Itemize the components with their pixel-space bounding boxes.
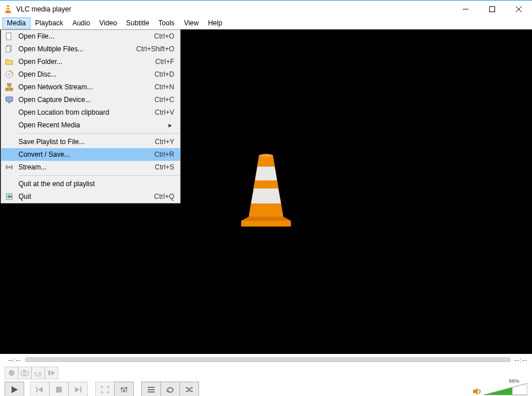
menu-item-quit-at-the-end-of-playlist[interactable]: Quit at the end of playlist [1, 178, 180, 190]
loop-ab-button[interactable]: AB [31, 367, 45, 379]
svg-point-19 [9, 74, 10, 76]
menu-item-open-location-from-clipboard[interactable]: Open Location from clipboardCtrl+V [1, 106, 180, 119]
svg-rect-34 [23, 370, 25, 371]
menu-playback[interactable]: Playback [31, 17, 68, 29]
svg-marker-9 [241, 221, 291, 227]
window-title: VLC media player [16, 5, 452, 13]
elapsed-time[interactable]: --:-- [8, 356, 21, 363]
menu-item-shortcut: Ctrl+O [149, 32, 174, 40]
extended-settings-button[interactable] [114, 382, 134, 396]
next-button[interactable] [68, 382, 88, 396]
shuffle-button[interactable] [179, 382, 199, 396]
volume-slider[interactable] [484, 383, 527, 396]
record-button[interactable] [5, 367, 18, 379]
menu-item-label: Open Multiple Files... [17, 45, 132, 53]
menu-tools[interactable]: Tools [154, 17, 179, 29]
svg-rect-50 [126, 387, 128, 389]
network-icon [1, 83, 17, 91]
menu-view[interactable]: View [179, 17, 204, 29]
menu-item-shortcut: Ctrl+S [150, 163, 174, 171]
menu-item-open-disc[interactable]: Open Disc...Ctrl+D [1, 68, 180, 81]
menu-item-label: Open Location from clipboard [17, 108, 150, 116]
svg-rect-2 [6, 9, 10, 10]
menu-item-convert-save[interactable]: Convert / Save...Ctrl+R [1, 148, 180, 161]
svg-rect-27 [8, 102, 10, 103]
menu-item-label: Open Network Stream... [17, 83, 150, 91]
maximize-button[interactable] [479, 1, 505, 17]
snapshot-button[interactable] [18, 367, 32, 379]
frame-step-button[interactable] [44, 367, 58, 379]
loop-button[interactable] [160, 382, 180, 396]
folder-icon [1, 58, 17, 66]
menu-item-shortcut: Ctrl+Shift+O [132, 45, 174, 53]
svg-point-13 [259, 154, 273, 157]
play-button[interactable] [5, 382, 24, 396]
seek-slider[interactable] [25, 357, 511, 362]
menu-item-open-folder[interactable]: Open Folder...Ctrl+F [1, 55, 180, 68]
menu-item-label: Quit at the end of playlist [17, 180, 170, 188]
menu-item-label: Stream... [17, 163, 150, 171]
menu-item-shortcut: Ctrl+C [150, 96, 174, 104]
seek-row: --:-- --:-- [0, 354, 532, 365]
stop-button[interactable] [49, 382, 69, 396]
minimize-button[interactable] [452, 1, 479, 17]
toolbar-row-2: 66% [0, 380, 532, 396]
svg-rect-20 [8, 84, 11, 86]
quit-icon [1, 193, 17, 201]
menu-item-label: Open File... [17, 32, 149, 40]
menu-separator [18, 175, 179, 176]
media-menu-dropdown: Open File...Ctrl+OOpen Multiple Files...… [1, 29, 181, 203]
title-bar: VLC media player [0, 0, 532, 17]
menu-audio[interactable]: Audio [68, 17, 95, 29]
files-icon [1, 45, 17, 53]
menu-item-open-recent-media[interactable]: Open Recent Media▸ [1, 119, 180, 131]
menu-item-label: Convert / Save... [17, 150, 150, 159]
vlc-cone-icon [3, 5, 13, 14]
total-time[interactable]: --:-- [514, 356, 527, 363]
menu-help[interactable]: Help [203, 17, 227, 29]
svg-rect-49 [123, 390, 125, 391]
svg-marker-30 [7, 194, 12, 199]
svg-rect-22 [10, 88, 13, 90]
previous-button[interactable] [30, 382, 50, 396]
menu-item-quit[interactable]: QuitCtrl+Q [1, 190, 180, 203]
svg-point-33 [24, 372, 27, 375]
menu-item-label: Save Playlist to File... [17, 138, 150, 146]
menu-separator [18, 133, 179, 134]
menu-item-shortcut: Ctrl+Y [150, 138, 174, 146]
fullscreen-button[interactable] [95, 382, 115, 396]
svg-rect-26 [6, 97, 13, 101]
menu-item-shortcut: Ctrl+R [150, 150, 174, 159]
stream-icon [1, 163, 17, 171]
svg-marker-43 [75, 387, 80, 393]
menu-subtitle[interactable]: Subtitle [122, 17, 154, 29]
menu-media[interactable]: Media [2, 17, 31, 29]
menu-item-open-multiple-files[interactable]: Open Multiple Files...Ctrl+Shift+O [1, 43, 180, 55]
menu-video[interactable]: Video [95, 17, 121, 29]
playlist-button[interactable] [141, 382, 161, 396]
speaker-icon[interactable] [473, 387, 482, 396]
menu-item-save-playlist-to-file[interactable]: Save Playlist to File...Ctrl+Y [1, 135, 180, 148]
menu-item-open-network-stream[interactable]: Open Network Stream...Ctrl+N [1, 81, 180, 93]
file-icon [1, 32, 17, 40]
menu-item-shortcut: Ctrl+V [150, 108, 174, 116]
svg-marker-55 [473, 388, 478, 395]
svg-text:B: B [39, 371, 42, 376]
svg-rect-21 [6, 88, 9, 90]
svg-rect-40 [36, 387, 38, 393]
svg-rect-48 [121, 388, 123, 389]
menu-item-open-file[interactable]: Open File...Ctrl+O [1, 30, 180, 43]
window-controls [452, 1, 532, 17]
svg-rect-37 [48, 371, 50, 375]
svg-text:A: A [34, 371, 38, 376]
svg-marker-10 [249, 155, 283, 217]
svg-marker-11 [255, 167, 277, 180]
controls-panel: --:-- --:-- AB [0, 354, 532, 396]
close-button[interactable] [505, 1, 532, 17]
menu-item-label: Quit [17, 193, 149, 201]
capture-icon [1, 96, 17, 104]
menu-item-open-capture-device[interactable]: Open Capture Device...Ctrl+C [1, 93, 180, 106]
svg-marker-39 [12, 386, 18, 393]
menu-item-stream[interactable]: Stream...Ctrl+S [1, 161, 180, 174]
menu-item-shortcut: Ctrl+D [150, 70, 174, 78]
